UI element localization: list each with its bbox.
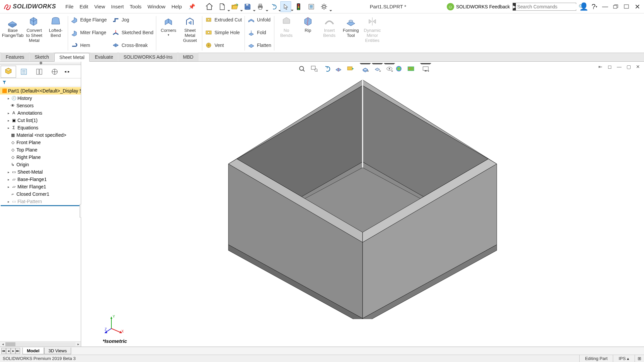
cross-break-button[interactable]: Cross-Break: [111, 40, 155, 51]
tree-miterflange[interactable]: ▸▱Miter Flange1: [0, 183, 81, 190]
select-button[interactable]: [280, 1, 291, 12]
panel-hscroll[interactable]: ◂▸: [0, 341, 81, 347]
config-manager-tab[interactable]: [32, 66, 47, 78]
tree-annotations[interactable]: ▸AAnnotations: [0, 109, 81, 117]
tree-rollback-bar[interactable]: [1, 205, 80, 206]
tree-origin[interactable]: ↳Origin: [0, 161, 81, 168]
view-orientation-icon[interactable]: [360, 63, 371, 73]
apply-scene-icon[interactable]: [405, 64, 417, 74]
tree-sheetmetal[interactable]: ▸▭Sheet-Metal: [0, 168, 81, 176]
dimxpert-tab[interactable]: [47, 66, 62, 78]
tab-mbd[interactable]: MBD: [178, 53, 199, 61]
traffic-light-icon[interactable]: [293, 1, 304, 12]
search-commands[interactable]: ▶ 🔍: [513, 3, 576, 11]
menu-window[interactable]: Window: [145, 2, 168, 11]
menu-view[interactable]: View: [92, 2, 108, 11]
zoom-area-icon[interactable]: [309, 64, 320, 74]
display-style-icon[interactable]: [372, 63, 383, 73]
edit-appearance-icon[interactable]: [393, 64, 405, 74]
lofted-bend-button[interactable]: Lofted-Bend: [45, 14, 66, 53]
settings-button[interactable]: [319, 1, 329, 12]
forming-tool-button[interactable]: Forming Tool: [340, 14, 362, 53]
orientation-triad-icon[interactable]: Y X Z: [105, 314, 125, 334]
tree-cutlist[interactable]: ▸▣Cut list(1): [0, 117, 81, 124]
extruded-cut-button[interactable]: Extruded Cut: [204, 14, 243, 25]
tree-flatpattern[interactable]: ▸▭Flat-Pattern: [0, 198, 81, 205]
bottom-tab-3dviews[interactable]: 3D Views: [44, 348, 71, 354]
view-settings-icon[interactable]: [420, 63, 431, 73]
flatten-button[interactable]: Flatten: [246, 40, 273, 51]
gusset-button[interactable]: Sheet Metal Gusset: [179, 14, 201, 53]
minimize-button[interactable]: —: [600, 3, 610, 11]
pin-menu-icon[interactable]: 📌: [186, 3, 197, 10]
restore-button-1[interactable]: [611, 3, 621, 11]
tree-closedcorner[interactable]: ⌐Closed Corner1: [0, 190, 81, 198]
status-units[interactable]: IPS ▴: [613, 355, 635, 362]
tab-evaluate[interactable]: Evaluate: [90, 53, 118, 61]
jog-button[interactable]: Jog: [111, 14, 155, 25]
filter-bar[interactable]: [0, 78, 81, 86]
tab-features[interactable]: Features: [1, 53, 29, 61]
feature-tree-tab[interactable]: [1, 66, 16, 78]
vp-collapse-left-icon[interactable]: ⇤: [596, 63, 604, 70]
vp-maximize-icon[interactable]: ▢: [625, 63, 633, 70]
tree-material[interactable]: ▦Material <not specified>: [0, 131, 81, 139]
simple-hole-button[interactable]: Simple Hole: [204, 27, 243, 38]
tree-history[interactable]: ▸🕘History: [0, 95, 81, 102]
menu-help[interactable]: Help: [169, 2, 184, 11]
vp-close-icon[interactable]: ✕: [634, 63, 642, 70]
status-extras[interactable]: ⊞: [635, 355, 644, 362]
open-button[interactable]: [229, 1, 240, 12]
menu-insert[interactable]: Insert: [108, 2, 126, 11]
menu-edit[interactable]: Edit: [77, 2, 91, 11]
tree-sensors[interactable]: 👁Sensors: [0, 102, 81, 109]
fold-button[interactable]: Fold: [246, 27, 273, 38]
tree-top-plane[interactable]: ◇Top Plane: [0, 146, 81, 154]
close-button[interactable]: ✕: [633, 3, 642, 11]
menu-tools[interactable]: Tools: [127, 2, 144, 11]
sketched-bend-button[interactable]: Sketched Bend: [111, 27, 155, 38]
graphics-viewport[interactable]: Y X Z *Isometric ⇤ ◻ — ▢ ✕: [81, 62, 644, 347]
base-flange-button[interactable]: Base Flange/Tab: [2, 14, 23, 53]
panel-overflow[interactable]: ◂ ▸: [62, 66, 72, 78]
search-scope-icon[interactable]: ▶: [513, 3, 516, 10]
rip-button[interactable]: Rip: [297, 14, 319, 53]
tab-addins[interactable]: SOLIDWORKS Add-Ins: [118, 53, 177, 61]
tree-root[interactable]: 🟧Part1 (Default<<Default>_Display State: [0, 87, 81, 95]
home-button[interactable]: [204, 1, 215, 12]
menu-file[interactable]: File: [63, 2, 76, 11]
hem-button[interactable]: Hem: [69, 40, 108, 51]
vp-window-icon[interactable]: ◻: [606, 63, 614, 70]
unfold-button[interactable]: Unfold: [246, 14, 273, 25]
restore-button-2[interactable]: [622, 3, 631, 11]
tree-front-plane[interactable]: ◇Front Plane: [0, 139, 81, 146]
tree-baseflange[interactable]: ▸▱Base-Flange1: [0, 176, 81, 183]
search-input[interactable]: [516, 4, 577, 9]
corners-button[interactable]: Corners ▾: [158, 14, 179, 53]
help-icon[interactable]: ?▾: [590, 3, 599, 11]
dynamic-annotation-icon[interactable]: [345, 64, 356, 74]
vp-minimize-icon[interactable]: —: [615, 63, 623, 70]
user-icon[interactable]: 👤: [579, 3, 588, 11]
bottom-tab-model[interactable]: Model: [22, 348, 44, 354]
property-manager-tab[interactable]: [16, 66, 32, 78]
tab-sketch[interactable]: Sketch: [30, 53, 54, 61]
section-view-icon[interactable]: [333, 64, 344, 74]
miter-flange-button[interactable]: Miter Flange: [69, 27, 108, 38]
options-list-icon[interactable]: [306, 1, 317, 12]
panel-ruler[interactable]: [0, 62, 81, 65]
undo-button[interactable]: [268, 1, 278, 12]
feedback-label[interactable]: SOLIDWORKS Feedback: [456, 4, 510, 9]
new-button[interactable]: [217, 1, 227, 12]
save-button[interactable]: [242, 1, 253, 12]
bottom-tab-nav[interactable]: ⏮◂▸⏭: [1, 348, 20, 354]
edge-flange-button[interactable]: Edge Flange: [69, 14, 108, 25]
tab-sheet-metal[interactable]: Sheet Metal: [54, 53, 90, 62]
vent-button[interactable]: Vent: [204, 40, 243, 51]
feedback-smiley-icon[interactable]: ☺: [447, 3, 454, 10]
zoom-fit-icon[interactable]: [297, 64, 308, 74]
tree-right-plane[interactable]: ◇Right Plane: [0, 154, 81, 161]
previous-view-icon[interactable]: [321, 64, 332, 74]
print-button[interactable]: [255, 1, 266, 12]
convert-to-sheetmetal-button[interactable]: Convert to Sheet Metal: [23, 14, 45, 53]
